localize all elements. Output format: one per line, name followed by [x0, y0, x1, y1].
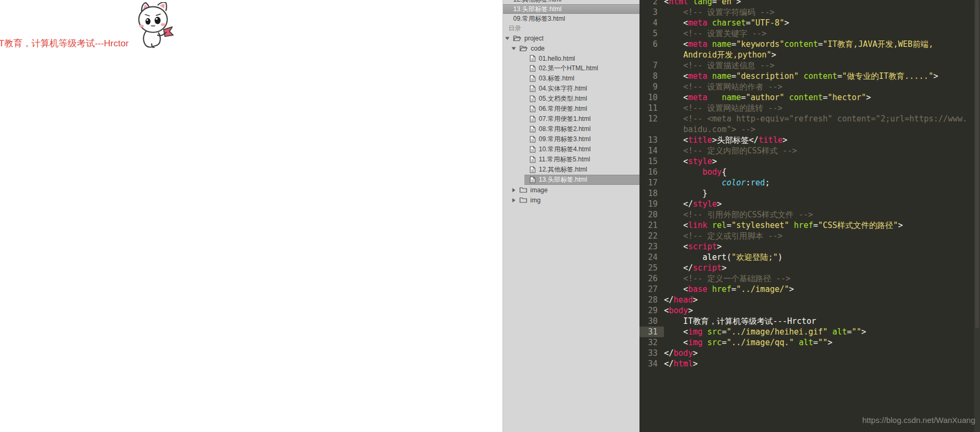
- code-line[interactable]: 9 <!-- 设置网站的作者 -->: [639, 81, 980, 92]
- tree-item-file[interactable]: 04.实体字符.html: [503, 84, 639, 94]
- tree-item-file[interactable]: 02.第一个HTML.html: [503, 63, 639, 74]
- code-line[interactable]: 5 <!-- 设置关键字 -->: [639, 28, 980, 39]
- tree-item-folder[interactable]: image: [503, 185, 639, 195]
- line-number[interactable]: 26: [639, 273, 664, 284]
- code-line[interactable]: 19 </style>: [639, 199, 980, 209]
- tree-item-file[interactable]: 13.头部标签.html: [503, 175, 639, 185]
- line-number[interactable]: 30: [639, 316, 664, 327]
- triangle-right-icon[interactable]: [511, 188, 516, 193]
- open-file-item[interactable]: 12.其他标签.html: [503, 0, 639, 4]
- line-number[interactable]: 27: [639, 284, 664, 295]
- line-number[interactable]: 2: [639, 0, 664, 7]
- line-number[interactable]: 20: [639, 209, 664, 220]
- line-number[interactable]: 29: [639, 305, 664, 316]
- scrollbar-thumb[interactable]: [975, 0, 979, 328]
- line-number[interactable]: 32: [639, 337, 664, 348]
- line-number[interactable]: 14: [639, 145, 664, 156]
- tree-item-folder[interactable]: img: [503, 195, 639, 205]
- code-line[interactable]: 24 alert("欢迎登陆;"): [639, 252, 980, 263]
- tree-item-file[interactable]: 07.常用便签1.html: [503, 114, 639, 124]
- open-file-item[interactable]: 13.头部标签.html: [503, 4, 639, 14]
- code-line[interactable]: 28</head>: [639, 295, 980, 305]
- line-number[interactable]: 10: [639, 92, 664, 103]
- editor-scrollbar[interactable]: [974, 0, 980, 432]
- line-number[interactable]: 11: [639, 103, 664, 113]
- triangle-down-icon[interactable]: [511, 46, 516, 51]
- line-number[interactable]: 4: [639, 18, 664, 28]
- code-line[interactable]: 32 <img src="../image/qq." alt="">: [639, 337, 980, 348]
- line-number[interactable]: [639, 124, 664, 135]
- code-line[interactable]: 17 color:red;: [639, 177, 980, 188]
- file-icon: [530, 85, 536, 92]
- tree-item-file[interactable]: 01.hello.html: [503, 53, 639, 63]
- tree-item-file[interactable]: 06.常用便签.html: [503, 104, 639, 114]
- line-number[interactable]: 23: [639, 241, 664, 252]
- tree-item-file[interactable]: 03.标签.html: [503, 74, 639, 84]
- code-line[interactable]: 15 <style>: [639, 156, 980, 167]
- code-line[interactable]: baidu.com"> -->: [639, 124, 980, 135]
- tree-item-file[interactable]: 09.常用标签3.html: [503, 134, 639, 144]
- tree-item-file[interactable]: 08.常用标签2.html: [503, 124, 639, 134]
- tree-item-folder[interactable]: code: [503, 43, 639, 53]
- code-line[interactable]: 7 <!-- 设置描述信息 -->: [639, 60, 980, 71]
- line-number[interactable]: 19: [639, 199, 664, 209]
- code-line[interactable]: 26 <!-- 定义一个基础路径 -->: [639, 273, 980, 284]
- line-number[interactable]: 6: [639, 39, 664, 50]
- line-number[interactable]: 22: [639, 231, 664, 241]
- tree-item-file[interactable]: 12.其他标签.html: [503, 165, 639, 175]
- line-number[interactable]: 17: [639, 177, 664, 188]
- code-line[interactable]: 21 <link rel="stylesheet" href="CSS样式文件的…: [639, 220, 980, 231]
- line-number[interactable]: 3: [639, 7, 664, 18]
- code-line[interactable]: 25 </script>: [639, 263, 980, 273]
- tree-item-folder[interactable]: project: [503, 33, 639, 43]
- code-line[interactable]: 3 <!-- 设置字符编码 -->: [639, 7, 980, 18]
- code-line[interactable]: 12 <!-- <meta http-equiv="refresh" conte…: [639, 113, 980, 124]
- line-number[interactable]: 33: [639, 348, 664, 358]
- code-line[interactable]: 10 <meta name="author" content="hector">: [639, 92, 980, 103]
- line-number[interactable]: 21: [639, 220, 664, 231]
- tree-item-file[interactable]: 10.常用标签4.html: [503, 144, 639, 154]
- code-line[interactable]: 2<html lang="en">: [639, 0, 980, 7]
- line-number[interactable]: 7: [639, 60, 664, 71]
- line-number[interactable]: 13: [639, 135, 664, 145]
- triangle-down-icon[interactable]: [505, 36, 510, 41]
- code-line[interactable]: 4 <meta charset="UTF-8">: [639, 18, 980, 28]
- open-file-item[interactable]: 09.常用标签3.html: [503, 14, 639, 23]
- code-line[interactable]: 13 <title>头部标签</title>: [639, 135, 980, 145]
- code-line[interactable]: 11 <!-- 设置网站的跳转 -->: [639, 103, 980, 113]
- triangle-right-icon[interactable]: [511, 198, 516, 203]
- line-number[interactable]: 15: [639, 156, 664, 167]
- code-line[interactable]: 22 <!-- 定义或引用脚本 -->: [639, 231, 980, 241]
- line-number[interactable]: 9: [639, 81, 664, 92]
- code-line[interactable]: 30 IT教育，计算机等级考试---Hrctor: [639, 316, 980, 327]
- line-number[interactable]: 28: [639, 295, 664, 305]
- file-icon: [530, 55, 536, 62]
- code-line[interactable]: 6 <meta name="keywords"content="IT教育,JAV…: [639, 39, 980, 50]
- code-line[interactable]: 29<body>: [639, 305, 980, 316]
- tree-item-file[interactable]: 05.文档类型.html: [503, 94, 639, 104]
- code-line[interactable]: 23 <script>: [639, 241, 980, 252]
- line-number[interactable]: 18: [639, 188, 664, 199]
- tree-item-file[interactable]: 11.常用标签5.html: [503, 154, 639, 165]
- line-number[interactable]: 16: [639, 167, 664, 177]
- line-number[interactable]: 25: [639, 263, 664, 273]
- line-number[interactable]: 24: [639, 252, 664, 263]
- code-line[interactable]: 33</body>: [639, 348, 980, 358]
- code-line[interactable]: 31 <img src="../image/heihei.gif" alt=""…: [639, 327, 980, 337]
- code-line[interactable]: 8 <meta name="description" content="做专业的…: [639, 71, 980, 81]
- line-number[interactable]: 8: [639, 71, 664, 81]
- code-line[interactable]: 34</html>: [639, 358, 980, 369]
- code-line-text: }: [664, 188, 980, 199]
- line-number[interactable]: 34: [639, 358, 664, 369]
- code-line-text: <!-- 设置字符编码 -->: [664, 7, 980, 18]
- line-number[interactable]: 5: [639, 28, 664, 39]
- line-number[interactable]: 31: [639, 327, 664, 337]
- line-number[interactable]: [639, 50, 664, 60]
- code-line[interactable]: Android开发,python">: [639, 50, 980, 60]
- code-line[interactable]: 14 <!-- 定义内部的CSS样式 -->: [639, 145, 980, 156]
- line-number[interactable]: 12: [639, 113, 664, 124]
- code-line[interactable]: 20 <!-- 引用外部的CSS样式文件 -->: [639, 209, 980, 220]
- code-line[interactable]: 18 }: [639, 188, 980, 199]
- code-line[interactable]: 16 body{: [639, 167, 980, 177]
- code-line[interactable]: 27 <base href="../image/">: [639, 284, 980, 295]
